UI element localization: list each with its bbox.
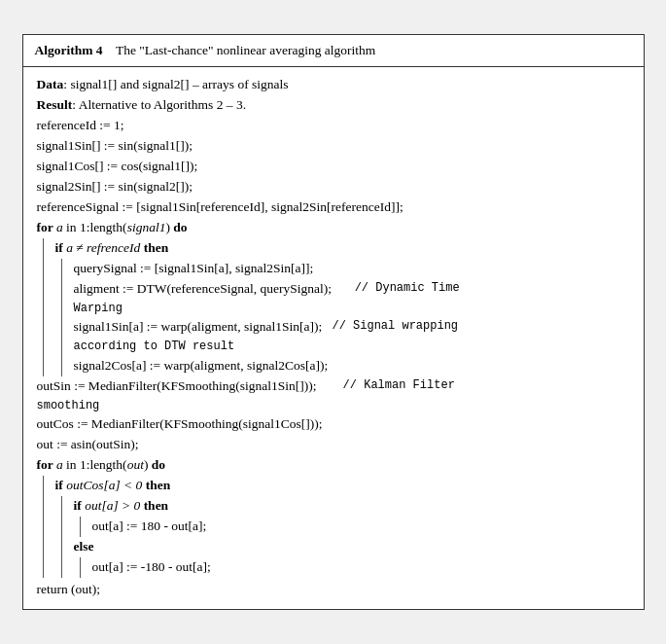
for-line-2: for a in 1:length(out) do xyxy=(37,455,630,476)
after-for-1: outSin := MedianFilter(KFSmoothing(signa… xyxy=(37,376,630,397)
algorithm-number: Algorithm 4 xyxy=(35,43,103,57)
after-for-3: out := asin(outSin); xyxy=(37,435,630,455)
inner-line-3: signal1Sin[a] := warp(aligment, signal1S… xyxy=(74,317,630,338)
else-body-content: out[a] := -180 - out[a]; xyxy=(81,557,630,578)
code-text-1: referenceId := 1; xyxy=(37,116,124,136)
result-label: Result xyxy=(37,95,73,116)
data-line: Data: signal1[] and signal2[] – arrays o… xyxy=(37,75,630,95)
code-line-4: signal2Sin[] := sin(signal2[]); xyxy=(37,177,630,197)
return-line: return (out); xyxy=(37,580,630,600)
inner-line-1: querySignal := [signal1Sin[a], signal2Si… xyxy=(74,259,630,279)
code-line-3: signal1Cos[] := cos(signal1[]); xyxy=(37,157,630,177)
code-line-5: referenceSignal := [signal1Sin[reference… xyxy=(37,197,630,218)
for-var-1: a xyxy=(56,218,63,238)
for-text-1: in 1:length(signal1) xyxy=(63,218,174,238)
code-line-1: referenceId := 1; xyxy=(37,116,630,136)
algorithm-container: Algorithm 4 The "Last-chance" nonlinear … xyxy=(22,34,645,611)
if-body-content-1: querySignal := [signal1Sin[a], signal2Si… xyxy=(62,259,630,376)
else-text: out[a] := -180 - out[a]; xyxy=(92,557,211,578)
algorithm-body: Data: signal1[] and signal2[] – arrays o… xyxy=(23,67,644,609)
result-text: : Alternative to Algorithms 2 – 3. xyxy=(72,95,246,116)
if-body-content-2: if out[a] > 0 then out[a] := 180 - out[a… xyxy=(62,496,630,578)
if-body-content-3: out[a] := 180 - out[a]; xyxy=(81,517,630,537)
for-body-1: if a ≠ refrenceId then querySignal := [s… xyxy=(43,238,630,376)
inner-line-warping: Warping xyxy=(74,300,630,318)
for-keyword-1: for xyxy=(37,218,56,238)
code-line-2: signal1Sin[] := sin(signal1[]); xyxy=(37,136,630,157)
after-for-2: outCos := MedianFilter(KFSmoothing(signa… xyxy=(37,414,630,435)
inner-line-dtw-result: according to DTW result xyxy=(74,338,630,356)
for-body-2: if outCos[a] < 0 then if out[a] > 0 then xyxy=(43,476,630,578)
algorithm-header: Algorithm 4 The "Last-chance" nonlinear … xyxy=(23,35,644,68)
for-body-content-1: if a ≠ refrenceId then querySignal := [s… xyxy=(44,238,630,376)
if-line-2: if outCos[a] < 0 then xyxy=(55,476,630,496)
if-line-3: if out[a] > 0 then xyxy=(74,496,630,517)
code-text-3: signal1Cos[] := cos(signal1[]); xyxy=(37,157,198,177)
code-text-2: signal1Sin[] := sin(signal1[]); xyxy=(37,136,193,157)
result-line: Result: Alternative to Algorithms 2 – 3. xyxy=(37,95,630,116)
else-line: else xyxy=(74,537,630,557)
if-body-3: out[a] := 180 - out[a]; xyxy=(80,517,630,537)
if-body-2: if out[a] > 0 then out[a] := 180 - out[a… xyxy=(61,496,630,578)
if3-body: out[a] := 180 - out[a]; xyxy=(92,517,630,537)
return-text: return (out); xyxy=(37,580,101,600)
inner-line-2: aligment := DTW(referenceSignal, querySi… xyxy=(74,279,630,300)
data-text: : signal1[] and signal2[] – arrays of si… xyxy=(63,75,288,95)
for-line-1: for a in 1:length(signal1) do xyxy=(37,218,630,238)
else-body-line: out[a] := -180 - out[a]; xyxy=(92,557,630,578)
data-label: Data xyxy=(37,75,64,95)
if-line-1: if a ≠ refrenceId then xyxy=(55,238,630,259)
else-body: out[a] := -180 - out[a]; xyxy=(80,557,630,578)
if-body-1: querySignal := [signal1Sin[a], signal2Si… xyxy=(61,259,630,376)
algorithm-title: The "Last-chance" nonlinear averaging al… xyxy=(116,43,375,57)
for-body-content-2: if outCos[a] < 0 then if out[a] > 0 then xyxy=(44,476,630,578)
code-text-4: signal2Sin[] := sin(signal2[]); xyxy=(37,177,193,197)
if3-text: out[a] := 180 - out[a]; xyxy=(92,517,207,537)
code-text-5: referenceSignal := [signal1Sin[reference… xyxy=(37,197,403,218)
inner-line-4: signal2Cos[a] := warp(aligment, signal2C… xyxy=(74,356,630,376)
after-for-smoothing: smoothing xyxy=(37,397,630,415)
